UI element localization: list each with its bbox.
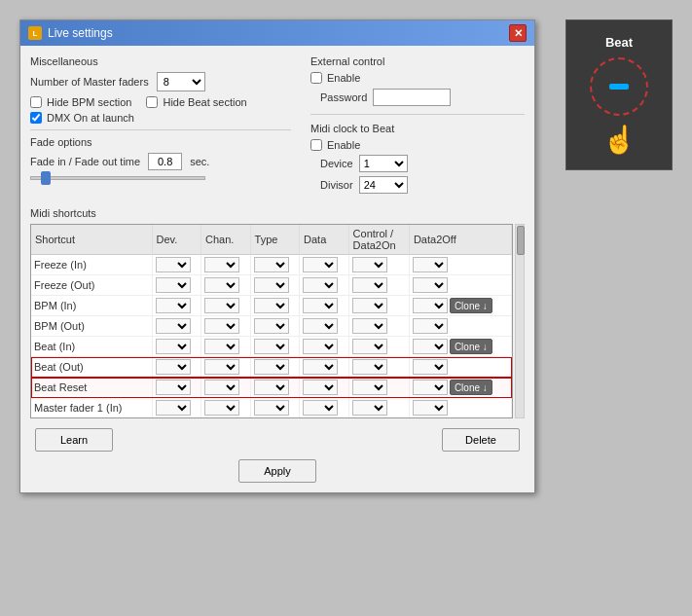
type-select[interactable] bbox=[254, 257, 289, 272]
chan-cell[interactable] bbox=[201, 296, 251, 316]
control-select[interactable] bbox=[352, 380, 387, 395]
data-select[interactable] bbox=[303, 277, 338, 293]
table-row[interactable]: Freeze (In) bbox=[31, 255, 512, 275]
chan-cell[interactable] bbox=[201, 378, 251, 398]
data-cell[interactable] bbox=[300, 275, 349, 296]
data2off-cell[interactable] bbox=[410, 398, 512, 417]
chan-cell[interactable] bbox=[201, 357, 251, 378]
control-select[interactable] bbox=[352, 339, 387, 354]
hide-bpm-checkbox[interactable] bbox=[30, 96, 42, 108]
data2off-select[interactable] bbox=[413, 277, 448, 293]
data2off-cell[interactable]: Clone ↓ bbox=[410, 337, 512, 356]
control-select[interactable] bbox=[352, 298, 387, 313]
data-select[interactable] bbox=[303, 318, 338, 334]
shortcuts-table-container[interactable]: Shortcut Dev. Chan. Type Data Control /D… bbox=[30, 224, 513, 418]
control-cell[interactable] bbox=[348, 337, 409, 357]
chan-select[interactable] bbox=[204, 277, 239, 293]
control-cell[interactable] bbox=[348, 316, 409, 337]
data2off-select[interactable] bbox=[413, 318, 448, 334]
control-cell[interactable] bbox=[348, 275, 409, 296]
data2off-select[interactable] bbox=[413, 257, 448, 272]
control-select[interactable] bbox=[352, 359, 387, 375]
dev-select[interactable] bbox=[156, 318, 191, 334]
dev-cell[interactable] bbox=[152, 398, 201, 418]
data2off-select[interactable] bbox=[413, 359, 448, 375]
data-select[interactable] bbox=[303, 339, 338, 354]
device-select[interactable]: 1 2 bbox=[359, 155, 408, 172]
type-cell[interactable] bbox=[250, 316, 300, 337]
table-row[interactable]: Beat (In) Clone ↓ bbox=[31, 337, 512, 357]
dev-select[interactable] bbox=[156, 257, 191, 272]
master-faders-select[interactable]: 8 4 12 bbox=[157, 72, 205, 91]
chan-cell[interactable] bbox=[201, 275, 251, 296]
type-cell[interactable] bbox=[250, 337, 300, 357]
dev-select[interactable] bbox=[156, 298, 191, 313]
table-row[interactable]: Freeze (Out) bbox=[31, 275, 512, 296]
data2off-cell[interactable]: Clone ↓ bbox=[410, 378, 512, 397]
data2off-cell[interactable] bbox=[410, 255, 512, 274]
data-cell[interactable] bbox=[300, 316, 349, 337]
data2off-select[interactable] bbox=[413, 298, 448, 313]
data2off-select[interactable] bbox=[413, 400, 448, 416]
clone-button[interactable]: Clone ↓ bbox=[450, 339, 492, 354]
table-row[interactable]: Master fader 1 (In) bbox=[31, 398, 512, 418]
dev-cell[interactable] bbox=[152, 337, 201, 357]
control-select[interactable] bbox=[352, 400, 387, 416]
table-row[interactable]: BPM (Out) bbox=[31, 316, 512, 337]
data-select[interactable] bbox=[303, 380, 338, 395]
dev-select[interactable] bbox=[156, 277, 191, 293]
type-select[interactable] bbox=[254, 380, 289, 395]
dmx-launch-checkbox[interactable] bbox=[30, 112, 42, 124]
chan-cell[interactable] bbox=[201, 316, 251, 337]
learn-button[interactable]: Learn bbox=[35, 428, 113, 452]
dev-cell[interactable] bbox=[152, 316, 201, 337]
control-cell[interactable] bbox=[348, 357, 409, 378]
fade-slider-thumb[interactable] bbox=[41, 171, 51, 185]
chan-select[interactable] bbox=[204, 298, 239, 313]
control-cell[interactable] bbox=[348, 255, 409, 275]
dev-cell[interactable] bbox=[152, 275, 201, 296]
shortcuts-scrollbar[interactable] bbox=[515, 224, 525, 418]
chan-select[interactable] bbox=[204, 400, 239, 416]
chan-select[interactable] bbox=[204, 339, 239, 354]
close-button[interactable]: ✕ bbox=[509, 24, 527, 42]
type-select[interactable] bbox=[254, 298, 289, 313]
data-cell[interactable] bbox=[300, 418, 349, 419]
fade-time-input[interactable]: 0.8 bbox=[148, 153, 182, 170]
chan-cell[interactable] bbox=[201, 398, 251, 418]
data2off-cell[interactable] bbox=[410, 316, 512, 336]
type-select[interactable] bbox=[254, 400, 289, 416]
midi-enable-checkbox[interactable] bbox=[310, 139, 322, 151]
control-cell[interactable] bbox=[348, 398, 409, 418]
data-cell[interactable] bbox=[300, 378, 349, 398]
type-cell[interactable] bbox=[250, 398, 300, 418]
clone-button[interactable]: Clone ↓ bbox=[450, 380, 492, 395]
data-cell[interactable] bbox=[300, 398, 349, 418]
dev-cell[interactable] bbox=[152, 418, 201, 419]
table-row[interactable]: Master fader 1 (Out) Clone ↓ bbox=[31, 418, 512, 419]
clone-button[interactable]: Clone ↓ bbox=[450, 298, 492, 313]
hide-beat-checkbox[interactable] bbox=[146, 96, 158, 108]
type-cell[interactable] bbox=[250, 275, 300, 296]
dev-select[interactable] bbox=[156, 380, 191, 395]
delete-button[interactable]: Delete bbox=[442, 428, 520, 452]
chan-select[interactable] bbox=[204, 359, 239, 375]
data-select[interactable] bbox=[303, 400, 338, 416]
dev-cell[interactable] bbox=[152, 255, 201, 275]
dev-cell[interactable] bbox=[152, 357, 201, 378]
type-cell[interactable] bbox=[250, 418, 300, 419]
data2off-select[interactable] bbox=[413, 380, 448, 395]
dev-cell[interactable] bbox=[152, 296, 201, 316]
data2off-select[interactable] bbox=[413, 339, 448, 354]
data-select[interactable] bbox=[303, 298, 338, 313]
divisor-select[interactable]: 24 12 48 bbox=[359, 176, 408, 194]
dev-select[interactable] bbox=[156, 339, 191, 354]
data2off-cell[interactable] bbox=[410, 275, 512, 295]
type-select[interactable] bbox=[254, 339, 289, 354]
chan-select[interactable] bbox=[204, 380, 239, 395]
password-input[interactable] bbox=[373, 89, 451, 106]
control-cell[interactable] bbox=[348, 378, 409, 398]
dev-select[interactable] bbox=[156, 400, 191, 416]
type-select[interactable] bbox=[254, 359, 289, 375]
control-select[interactable] bbox=[352, 318, 387, 334]
